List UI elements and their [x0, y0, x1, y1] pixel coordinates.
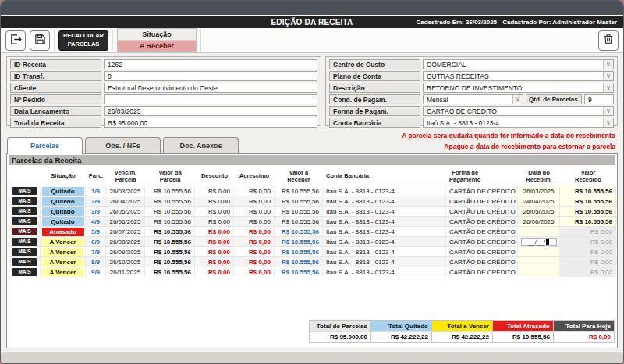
conta-bancaria-cell: Itaú S.A. - 8813 - 0123-4: [323, 257, 446, 267]
plano-de-conta-select[interactable]: OUTRAS RECEITAS∨: [423, 71, 614, 81]
form-row: DescriçãoRETORNO DE INVESTIMENTO∨: [329, 83, 614, 93]
exit-button[interactable]: [5, 30, 26, 51]
mais-button[interactable]: MAIS: [12, 197, 37, 205]
app-window: EDIÇÃO DA RECEITA Cadastrado Em: 26/03/2…: [0, 0, 624, 364]
valor-recebido-cell: R$ 10.555,56: [560, 217, 616, 226]
data-recebimento-cell[interactable]: [518, 227, 560, 236]
plano-de-conta-value: OUTRAS RECEITAS: [427, 72, 603, 80]
tabs: ParcelasObs. / NFsDoc. Anexos: [7, 137, 241, 153]
conta-bancaria-cell: Itaú S.A. - 8813 - 0123-4: [323, 186, 446, 196]
valor-parcela-cell: R$ 10.555,56: [145, 186, 195, 196]
column-header: Situação: [41, 167, 86, 186]
data-recebimento-cell[interactable]: 26/06/2025: [518, 217, 560, 226]
field-label-conta-bancaria: Conta Bancária: [329, 118, 420, 128]
mais-button[interactable]: MAIS: [12, 228, 37, 235]
parcela-status-badge: A Vencer: [42, 268, 84, 277]
descricao-select[interactable]: RETORNO DE INVESTIMENTO∨: [423, 83, 614, 93]
mais-cell: MAIS: [9, 186, 41, 196]
mais-cell: MAIS: [9, 267, 41, 277]
data-recebimento-input[interactable]: __/__/: [521, 238, 557, 246]
form-row: Cond. de Pagam.Mensal∨Qtd. de Parcelas9: [329, 94, 614, 104]
desconto-cell: R$ 0,00: [195, 237, 234, 246]
conta-bancaria-cell: Itaú S.A. - 8813 - 0123-4: [323, 247, 446, 256]
delete-button[interactable]: [598, 30, 619, 51]
data-recebimento-cell[interactable]: [518, 257, 560, 267]
chevron-down-icon: ∨: [603, 83, 613, 92]
desconto-cell: R$ 0,00: [195, 196, 234, 206]
cliente-field[interactable]: Estrutural Desenvolvimento do Oeste: [104, 83, 317, 93]
total-label: Total Quitado: [371, 321, 431, 331]
recalcular-parcelas-button[interactable]: RECALCULAR PARCELAS: [58, 30, 108, 51]
cond-pagam-select[interactable]: Mensal∨: [423, 94, 523, 104]
tab-parcelas[interactable]: Parcelas: [7, 137, 83, 154]
parc-cell: 8/9: [86, 257, 106, 267]
mais-button[interactable]: MAIS: [12, 258, 37, 266]
text-caret: [546, 239, 549, 245]
total-column: Total a VencerR$ 42.222,22: [431, 321, 492, 342]
parc-number: 5/9: [91, 228, 100, 235]
parc-number: 9/9: [91, 269, 100, 276]
form-row: ID Receita1262: [10, 59, 317, 69]
desconto-cell: R$ 0,00: [195, 227, 234, 236]
descricao-value: RETORNO DE INVESTIMENTO: [427, 84, 603, 92]
data-recebimento-cell[interactable]: __/__/: [518, 237, 560, 246]
vencimento-cell: 26/07/2025: [106, 227, 145, 236]
field-label-data-lancamento: Data Lançamento: [10, 106, 101, 116]
tab-doc-anexos[interactable]: Doc. Anexos: [163, 137, 239, 153]
mais-cell: MAIS: [9, 217, 41, 226]
total-value: R$ 42.222,22: [432, 331, 492, 342]
toolbar-separator: [112, 30, 113, 51]
data-recebimento-value: 26/06/2025: [523, 218, 554, 225]
mais-button[interactable]: MAIS: [12, 207, 37, 215]
total-receita-field[interactable]: R$ 95.000,00: [104, 118, 317, 128]
qtd-parcelas-field[interactable]: 9: [584, 94, 614, 104]
conta-bancaria-select[interactable]: Itaú S.A. - 8813 - 0123-4∨: [423, 118, 614, 128]
mais-button[interactable]: MAIS: [12, 238, 37, 246]
situacao-label: Situação: [118, 29, 196, 41]
mais-button[interactable]: MAIS: [12, 268, 37, 276]
parc-cell: 2/9: [86, 196, 106, 206]
table-header: SituaçãoParc.Vencim. ParcelaValor da Par…: [7, 167, 617, 186]
tab-obs-nfs[interactable]: Obs. / NFs: [85, 137, 161, 153]
toolbar-separator: [54, 30, 55, 51]
acrescimo-cell: R$ 0,00: [234, 186, 275, 196]
field-label-plano-de-conta: Plano de Conta: [329, 71, 420, 81]
valor-parcela-cell: R$ 10.555,56: [145, 207, 195, 216]
centro-de-custo-select[interactable]: COMERCIAL∨: [423, 59, 614, 69]
id-transf-field[interactable]: 0: [104, 71, 317, 81]
section-title: Parcelas da Receita: [9, 155, 615, 165]
save-button[interactable]: [30, 30, 50, 51]
mais-button[interactable]: MAIS: [12, 187, 37, 195]
forma-pagamento-cell: CARTÃO DE CRÉDITO: [446, 267, 518, 277]
id-receita-field[interactable]: 1262: [104, 59, 317, 69]
data-lancamento-field[interactable]: 26/03/2025: [104, 106, 317, 116]
conta-bancaria-cell: Itaú S.A. - 8813 - 0123-4: [323, 207, 446, 216]
parc-cell: 5/9: [86, 227, 106, 236]
mais-button[interactable]: MAIS: [12, 248, 37, 256]
data-recebimento-cell[interactable]: [518, 267, 560, 277]
forma-pagamento-cell: CARTÃO DE CRÉDITO: [446, 257, 518, 267]
mais-button[interactable]: MAIS: [12, 217, 37, 225]
data-recebimento-cell[interactable]: 26/03/2025: [518, 186, 560, 196]
exit-icon: [9, 33, 23, 48]
valor-recebido-cell: R$ 0,00: [560, 227, 616, 236]
valor-parcela-cell: R$ 10.555,56: [145, 267, 195, 277]
data-recebimento-cell[interactable]: 24/04/2025: [518, 196, 560, 206]
field-label-qtd-parcelas: Qtd. de Parcelas: [526, 94, 582, 104]
parcela-status-badge: Atrasado: [42, 228, 84, 236]
field-label-forma-pagam: Forma de Pagam.: [329, 106, 420, 116]
total-label: Total Atrasado: [493, 321, 553, 331]
valor-receber-cell: R$ 10.555,56: [275, 217, 323, 226]
forma-pagam-select[interactable]: CARTÃO DE CRÉDITO∨: [423, 106, 614, 116]
column-header: Conta Bancária: [323, 167, 446, 186]
chevron-down-icon: ∨: [603, 118, 613, 127]
num-pedido-field[interactable]: [104, 94, 317, 104]
acrescimo-cell: R$ 0,00: [234, 227, 275, 236]
vencimento-cell: 26/10/2025: [106, 257, 145, 267]
acrescimo-cell: R$ 0,00: [234, 257, 275, 267]
acrescimo-cell: R$ 0,00: [234, 267, 275, 277]
conta-bancaria-cell: Itaú S.A. - 8813 - 0123-4: [323, 227, 446, 236]
data-recebimento-cell[interactable]: 26/05/2025: [518, 207, 560, 216]
parc-number: 4/9: [91, 218, 100, 225]
data-recebimento-cell[interactable]: [518, 247, 560, 256]
